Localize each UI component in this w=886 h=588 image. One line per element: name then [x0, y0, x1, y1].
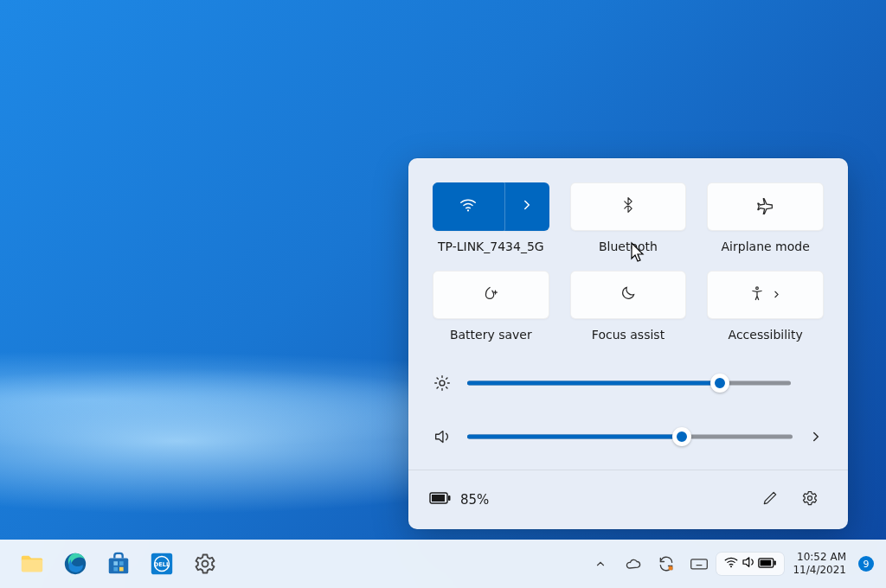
svg-rect-4 [432, 495, 445, 502]
time-text: 10:52 AM [797, 551, 846, 564]
onedrive-tray-button[interactable] [618, 548, 649, 579]
focus-assist-label: Focus assist [592, 328, 664, 342]
bluetooth-icon [620, 196, 637, 217]
volume-slider[interactable] [467, 426, 793, 447]
microsoft-store-button[interactable] [99, 544, 138, 584]
airplane-label: Airplane mode [722, 240, 810, 253]
battery-percent-text: 85% [460, 492, 489, 508]
volume-icon [741, 554, 756, 573]
gear-icon [801, 489, 819, 510]
edge-icon [62, 551, 88, 577]
taskbar-pinned-apps: DELL [12, 544, 225, 584]
accessibility-icon [748, 284, 766, 305]
settings-app-button[interactable] [185, 544, 225, 584]
svg-rect-21 [761, 559, 772, 566]
svg-rect-22 [774, 560, 776, 565]
svg-point-16 [202, 561, 209, 567]
taskbar: DELL [0, 540, 886, 588]
brightness-slider[interactable] [467, 373, 791, 393]
svg-rect-11 [113, 567, 118, 572]
svg-point-17 [669, 566, 673, 571]
svg-point-19 [731, 566, 733, 567]
wifi-toggle-button[interactable] [433, 182, 504, 231]
system-tray: 10:52 AM 11/4/2021 9 [585, 548, 874, 579]
svg-point-2 [440, 380, 445, 386]
svg-rect-12 [119, 567, 124, 572]
edge-browser-button[interactable] [55, 544, 95, 584]
svg-point-6 [808, 496, 812, 501]
store-icon [106, 551, 132, 577]
network-volume-battery-button[interactable] [716, 553, 784, 575]
bluetooth-toggle-button[interactable] [570, 182, 687, 231]
quick-settings-grid: TP-LINK_7434_5G Bluetooth Airplane mode [433, 182, 824, 342]
quick-settings-footer: 85% [408, 470, 848, 529]
keyboard-icon [690, 555, 709, 572]
quick-settings-panel: TP-LINK_7434_5G Bluetooth Airplane mode [408, 158, 848, 529]
svg-point-0 [467, 209, 469, 211]
bluetooth-tile: Bluetooth [570, 182, 687, 253]
airplane-icon [756, 195, 775, 218]
battery-icon [429, 490, 452, 509]
wifi-icon [723, 554, 739, 573]
accessibility-label: Accessibility [729, 328, 803, 342]
dell-app-button[interactable]: DELL [142, 544, 182, 584]
chevron-up-icon [594, 558, 607, 570]
moon-icon [620, 284, 637, 305]
svg-point-1 [756, 287, 759, 290]
battery-status[interactable]: 85% [429, 490, 489, 509]
edit-quick-settings-button[interactable] [753, 483, 787, 517]
clock-button[interactable]: 10:52 AM 11/4/2021 [786, 551, 853, 577]
cloud-icon [625, 555, 642, 572]
airplane-tile: Airplane mode [707, 182, 824, 253]
battery-saver-icon [480, 284, 501, 306]
chevron-right-icon [519, 197, 535, 216]
battery-saver-toggle-button[interactable] [433, 271, 549, 319]
settings-button[interactable] [793, 483, 827, 517]
accessibility-button[interactable] [707, 271, 824, 319]
chevron-right-icon [771, 287, 782, 304]
quick-settings-sliders [433, 373, 824, 447]
volume-icon [433, 427, 452, 446]
input-indicator-button[interactable] [684, 548, 715, 579]
folder-icon [19, 551, 45, 577]
pencil-icon [761, 489, 779, 510]
file-explorer-button[interactable] [12, 544, 52, 584]
volume-expand-chevron-icon[interactable] [808, 429, 824, 444]
bluetooth-label: Bluetooth [599, 240, 658, 253]
battery-saver-tile: Battery saver [433, 271, 549, 342]
volume-row [433, 426, 824, 447]
battery-icon [758, 556, 777, 572]
sync-icon [658, 555, 675, 572]
brightness-row [433, 373, 824, 393]
dell-icon: DELL [149, 551, 175, 577]
svg-rect-9 [113, 561, 118, 566]
svg-rect-18 [691, 559, 708, 569]
notification-count-badge[interactable]: 9 [858, 556, 874, 572]
tray-overflow-button[interactable] [585, 548, 616, 579]
svg-text:DELL: DELL [154, 561, 170, 568]
airplane-toggle-button[interactable] [707, 182, 824, 231]
gear-icon [193, 552, 217, 576]
focus-assist-tile: Focus assist [570, 271, 687, 342]
accessibility-tile: Accessibility [707, 271, 824, 342]
svg-rect-8 [109, 558, 129, 573]
wifi-tile: TP-LINK_7434_5G [433, 182, 549, 253]
focus-assist-toggle-button[interactable] [570, 271, 687, 319]
brightness-icon [433, 374, 452, 393]
svg-rect-5 [448, 495, 451, 501]
wifi-icon [459, 195, 478, 218]
windows-update-tray-button[interactable] [651, 548, 682, 579]
date-text: 11/4/2021 [793, 564, 846, 577]
wifi-label: TP-LINK_7434_5G [438, 240, 544, 253]
svg-rect-10 [119, 561, 124, 566]
wifi-expand-button[interactable] [504, 182, 549, 231]
battery-saver-label: Battery saver [450, 328, 532, 342]
